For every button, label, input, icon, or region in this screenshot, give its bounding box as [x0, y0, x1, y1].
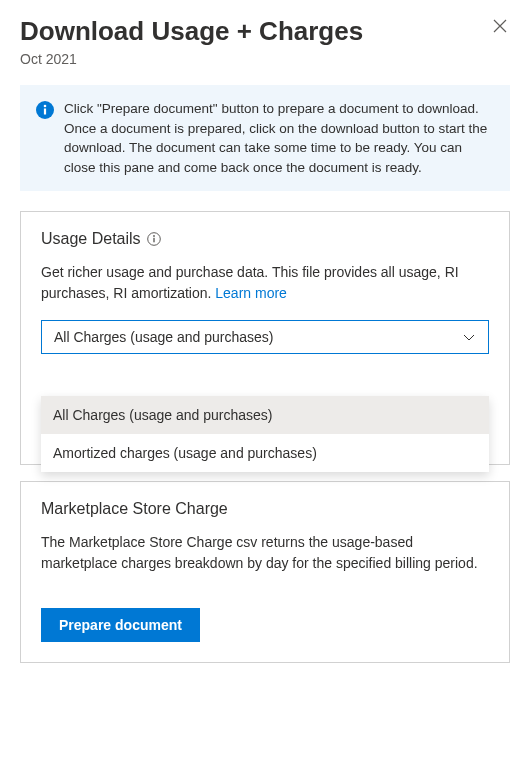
svg-point-4: [153, 235, 155, 237]
info-icon[interactable]: [147, 232, 161, 246]
usage-details-title-text: Usage Details: [41, 230, 141, 248]
svg-point-1: [44, 105, 47, 108]
charges-dropdown-list: All Charges (usage and purchases) Amorti…: [41, 396, 489, 472]
dropdown-option-amortized[interactable]: Amortized charges (usage and purchases): [41, 434, 489, 472]
page-subtitle: Oct 2021: [20, 51, 510, 67]
marketplace-title: Marketplace Store Charge: [41, 500, 489, 518]
svg-rect-2: [44, 109, 46, 115]
usage-details-description: Get richer usage and purchase data. This…: [41, 262, 489, 304]
learn-more-link[interactable]: Learn more: [215, 285, 287, 301]
charges-dropdown-selected: All Charges (usage and purchases): [54, 329, 273, 345]
marketplace-description: The Marketplace Store Charge csv returns…: [41, 532, 489, 574]
marketplace-card: Marketplace Store Charge The Marketplace…: [20, 481, 510, 663]
usage-details-card: Usage Details Get richer usage and purch…: [20, 211, 510, 465]
prepare-document-button[interactable]: Prepare document: [41, 608, 200, 642]
info-icon: [36, 101, 54, 119]
info-banner-text: Click "Prepare document" button to prepa…: [64, 99, 494, 177]
close-icon[interactable]: [490, 16, 510, 39]
svg-rect-5: [153, 238, 154, 243]
dropdown-option-all-charges[interactable]: All Charges (usage and purchases): [41, 396, 489, 434]
marketplace-title-text: Marketplace Store Charge: [41, 500, 228, 518]
charges-dropdown[interactable]: All Charges (usage and purchases): [41, 320, 489, 354]
info-banner: Click "Prepare document" button to prepa…: [20, 85, 510, 191]
page-title: Download Usage + Charges: [20, 16, 363, 47]
usage-details-title: Usage Details: [41, 230, 489, 248]
chevron-down-icon: [462, 330, 476, 344]
